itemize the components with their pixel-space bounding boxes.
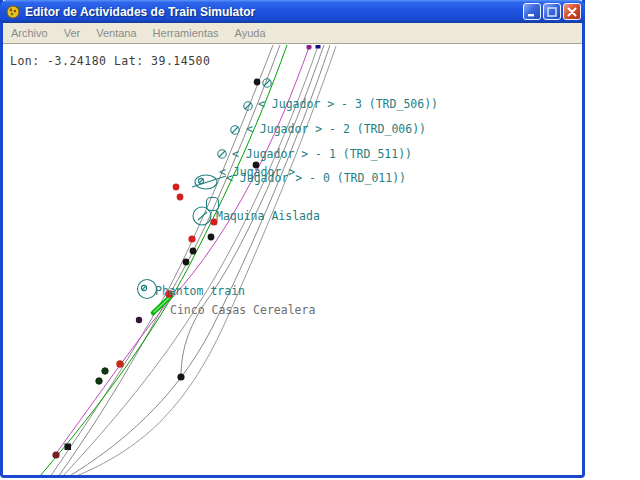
- dark-green-dot: [96, 378, 102, 384]
- black-dot: [208, 234, 215, 241]
- label-maquina-aislada[interactable]: Maquina Aislada: [216, 209, 320, 223]
- consist-marker-phantom[interactable]: [138, 280, 157, 299]
- menu-ver[interactable]: Ver: [64, 27, 81, 39]
- consist-marker-jugador2[interactable]: [231, 126, 239, 134]
- menu-ayuda[interactable]: Ayuda: [235, 27, 266, 39]
- close-button[interactable]: [563, 3, 581, 20]
- black-square-dot: [65, 444, 72, 451]
- minimize-icon: [526, 6, 538, 18]
- app-icon[interactable]: [5, 4, 21, 20]
- minimize-button[interactable]: [523, 3, 541, 20]
- maximize-icon: [546, 6, 558, 18]
- titlebar[interactable]: Editor de Actividades de Train Simulator: [0, 0, 585, 23]
- black-dot: [190, 248, 197, 255]
- menu-bar: Archivo Ver Ventana Herramientas Ayuda: [3, 23, 582, 44]
- close-icon: [566, 6, 578, 18]
- dark-green-dot: [102, 368, 108, 374]
- track-map-canvas[interactable]: < Jugador > - 3 (TRD_506)) < Jugador > -…: [3, 45, 582, 475]
- menu-ventana[interactable]: Ventana: [96, 27, 136, 39]
- app-window: Editor de Actividades de Train Simulator: [0, 0, 585, 478]
- navy-square-dot: [316, 45, 321, 49]
- consist-marker-jugador1[interactable]: [218, 150, 226, 158]
- window-title: Editor de Actividades de Train Simulator: [25, 5, 523, 19]
- purple-line-end-dot: [306, 45, 311, 50]
- label-jugador-1[interactable]: < Jugador > - 1 (TRD_511)): [232, 147, 412, 161]
- label-cinco-casas-cerealera[interactable]: Cinco Casas Cerealera: [170, 303, 315, 317]
- black-dot: [183, 259, 190, 266]
- label-jugador-3[interactable]: < Jugador > - 3 (TRD_506)): [258, 97, 438, 111]
- dark-purple-dot: [136, 317, 142, 323]
- red-dot: [177, 194, 184, 201]
- menu-herramientas[interactable]: Herramientas: [153, 27, 219, 39]
- route-map-viewport[interactable]: Lon: -3.24180 Lat: 39.14500: [3, 44, 582, 475]
- track-line-gray-1: [50, 45, 273, 475]
- label-jugador-2[interactable]: < Jugador > - 2 (TRD_006)): [246, 122, 426, 136]
- menu-archivo[interactable]: Archivo: [11, 27, 48, 39]
- black-dot: [254, 79, 261, 86]
- consist-markers: [138, 79, 272, 299]
- dark-red-dot: [52, 451, 59, 458]
- desktop: Editor de Actividades de Train Simulator: [0, 0, 640, 480]
- red-dot: [116, 360, 124, 368]
- lon-lat-readout: Lon: -3.24180 Lat: 39.14500: [10, 54, 210, 68]
- label-jugador-0[interactable]: < Jugador > - 0 (TRD_011)): [226, 171, 406, 185]
- label-phantom-train[interactable]: Phantom train: [155, 284, 245, 298]
- buffer-end-dot: [177, 373, 184, 380]
- red-dot: [173, 184, 180, 191]
- maximize-button[interactable]: [543, 3, 561, 20]
- red-dot: [188, 235, 195, 242]
